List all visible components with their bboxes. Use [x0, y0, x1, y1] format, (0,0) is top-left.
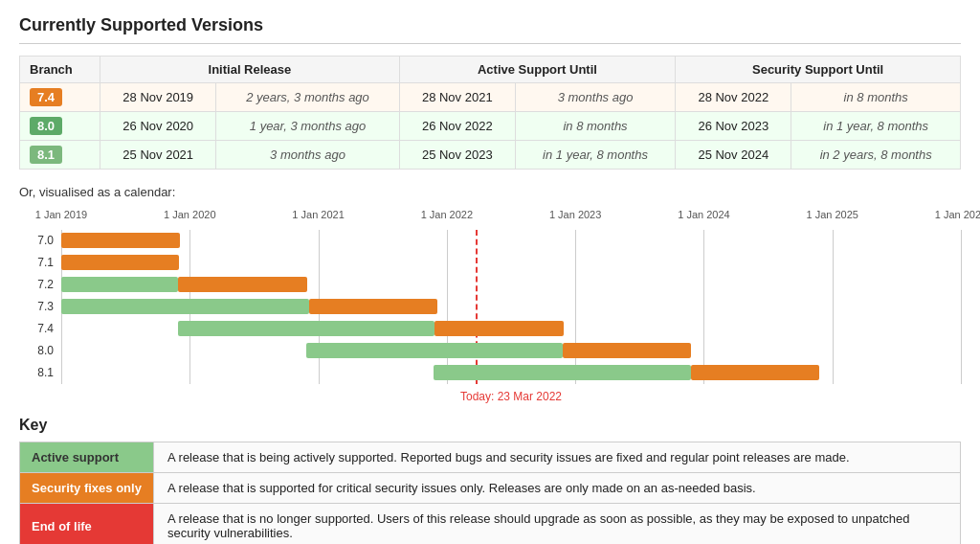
branch-cell: 8.1 [20, 141, 100, 170]
chart-row: 8.1 [61, 362, 961, 383]
chart-body: 7.07.17.27.37.48.08.1 [61, 230, 961, 384]
key-title: Key [19, 417, 961, 434]
gantt-bar-active [178, 321, 435, 336]
row-label: 7.3 [19, 300, 57, 313]
key-row: Security fixes only A release that is su… [20, 473, 961, 504]
gantt-bar-security [61, 233, 180, 248]
row-label: 7.0 [19, 234, 57, 247]
axis-tick: 1 Jan 2025 [806, 209, 858, 220]
chart-row: 7.0 [61, 230, 961, 251]
chart-row: 8.0 [61, 340, 961, 361]
axis-tick: 1 Jan 2026 [935, 209, 980, 220]
key-description: A release that is no longer supported. U… [154, 504, 961, 545]
security-ago: in 8 months [791, 83, 961, 112]
today-label: Today: 23 Mar 2022 [61, 390, 961, 403]
page-title: Currently Supported Versions [19, 15, 961, 44]
row-label: 7.4 [19, 322, 57, 335]
chart-row: 7.4 [61, 318, 961, 339]
row-label: 8.0 [19, 344, 57, 357]
initial-ago: 1 year, 3 months ago [216, 112, 399, 141]
security-ago: in 1 year, 8 months [791, 112, 961, 141]
grid-line [961, 230, 962, 384]
gantt-bar-security [563, 343, 691, 358]
col-branch: Branch [20, 57, 100, 83]
gantt-bar-security [434, 321, 563, 336]
row-label: 7.1 [19, 256, 57, 269]
calendar-intro: Or, visualised as a calendar: [19, 185, 961, 199]
key-description: A release that is being actively support… [154, 442, 961, 473]
active-ago: in 8 months [515, 112, 675, 141]
key-label: Active support [20, 442, 154, 473]
row-label: 8.1 [19, 366, 57, 379]
row-label: 7.2 [19, 278, 57, 291]
key-label: End of life [20, 504, 154, 545]
gantt-bar-security [61, 255, 179, 270]
axis-tick: 1 Jan 2019 [35, 209, 87, 220]
gantt-bar-active [61, 277, 178, 292]
table-row: 7.4 28 Nov 2019 2 years, 3 months ago 28… [20, 83, 961, 112]
branch-badge: 7.4 [30, 88, 62, 106]
key-description: A release that is supported for critical… [154, 473, 961, 504]
initial-ago: 3 months ago [216, 141, 399, 170]
axis-tick: 1 Jan 2021 [292, 209, 344, 220]
key-table: Active support A release that is being a… [19, 442, 961, 544]
branch-cell: 8.0 [20, 112, 100, 141]
initial-date: 28 Nov 2019 [100, 83, 216, 112]
active-ago: 3 months ago [515, 83, 675, 112]
active-date: 25 Nov 2023 [399, 141, 515, 170]
key-row: End of life A release that is no longer … [20, 504, 961, 545]
axis-tick: 1 Jan 2023 [549, 209, 601, 220]
table-row: 8.1 25 Nov 2021 3 months ago 25 Nov 2023… [20, 141, 961, 170]
active-date: 28 Nov 2021 [399, 83, 515, 112]
key-label: Security fixes only [20, 473, 154, 504]
axis-tick: 1 Jan 2022 [421, 209, 473, 220]
col-security: Security Support Until [676, 57, 961, 83]
active-ago: in 1 year, 8 months [515, 141, 675, 170]
branch-badge: 8.1 [30, 146, 62, 164]
initial-date: 25 Nov 2021 [100, 141, 216, 170]
key-row: Active support A release that is being a… [20, 442, 961, 473]
branch-cell: 7.4 [20, 83, 100, 112]
chart-axis: 1 Jan 20191 Jan 20201 Jan 20211 Jan 2022… [61, 209, 961, 230]
table-row: 8.0 26 Nov 2020 1 year, 3 months ago 26 … [20, 112, 961, 141]
col-active: Active Support Until [399, 57, 676, 83]
calendar-chart: 1 Jan 20191 Jan 20201 Jan 20211 Jan 2022… [19, 209, 961, 384]
gantt-bar-security [309, 299, 437, 314]
active-date: 26 Nov 2022 [399, 112, 515, 141]
col-initial: Initial Release [100, 57, 400, 83]
gantt-bar-active [61, 299, 309, 314]
gantt-bar-security [178, 277, 307, 292]
axis-tick: 1 Jan 2024 [678, 209, 729, 220]
chart-row: 7.2 [61, 274, 961, 295]
initial-date: 26 Nov 2020 [100, 112, 216, 141]
gantt-bar-active [434, 365, 690, 380]
branch-badge: 8.0 [30, 117, 62, 135]
axis-tick: 1 Jan 2020 [164, 209, 215, 220]
chart-row: 7.3 [61, 296, 961, 317]
gantt-bar-active [306, 343, 563, 358]
versions-table: Branch Initial Release Active Support Un… [19, 56, 961, 170]
security-ago: in 2 years, 8 months [791, 141, 961, 170]
initial-ago: 2 years, 3 months ago [216, 83, 399, 112]
chart-row: 7.1 [61, 252, 961, 273]
security-date: 26 Nov 2023 [676, 112, 791, 141]
gantt-bar-security [691, 365, 820, 380]
security-date: 25 Nov 2024 [676, 141, 791, 170]
security-date: 28 Nov 2022 [676, 83, 791, 112]
